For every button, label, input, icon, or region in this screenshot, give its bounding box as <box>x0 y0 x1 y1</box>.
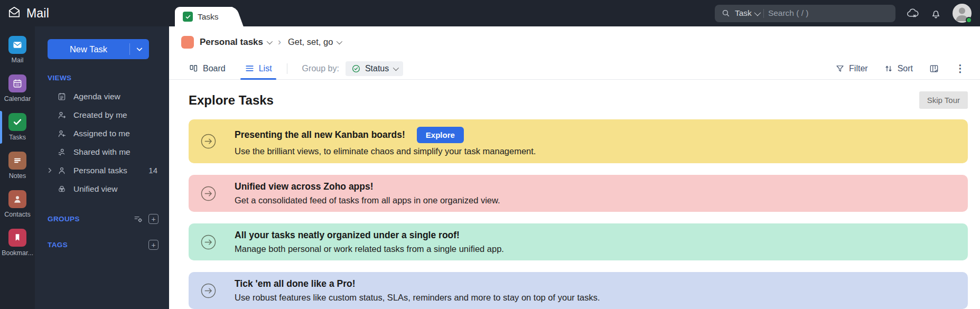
sidebar-item-shared-with-me[interactable]: Shared with me <box>35 143 169 161</box>
toolbar-divider <box>287 63 287 74</box>
app-rail: Mail Calendar Tasks Notes Contacts <box>0 26 35 309</box>
page-title: Explore Tasks <box>189 93 274 108</box>
banner-kanban: Presenting the all new Kanban boards! Ex… <box>189 119 968 163</box>
topbar-actions: Task <box>715 4 972 23</box>
notes-icon <box>8 152 26 170</box>
add-group-button[interactable]: + <box>148 214 158 224</box>
skip-tour-button[interactable]: Skip Tour <box>919 91 968 109</box>
group-by-status-dropdown[interactable]: Status <box>346 61 403 76</box>
sidebar-item-personal-tasks[interactable]: Personal tasks 14 <box>35 161 169 180</box>
arrow-circle-icon <box>200 185 217 202</box>
new-task-label: New Task <box>48 44 129 54</box>
banner-single-roof: All your tasks neatly organized under a … <box>189 223 968 260</box>
groups-section-header: GROUPS + <box>35 214 169 224</box>
tasks-icon <box>8 113 26 131</box>
user-avatar[interactable] <box>953 4 972 23</box>
rail-label: Tasks <box>9 134 26 141</box>
rail-label: Contacts <box>4 211 30 218</box>
sidebar-item-label: Personal tasks <box>73 166 127 175</box>
contacts-icon <box>8 190 26 208</box>
mail-icon <box>8 36 26 54</box>
cloud-offline-icon[interactable] <box>906 7 919 20</box>
tab-tasks[interactable]: Tasks <box>175 7 232 26</box>
search-input[interactable] <box>768 8 889 18</box>
person-share-icon <box>57 147 68 157</box>
rail-item-notes[interactable]: Notes <box>0 151 35 181</box>
search-icon <box>721 8 731 18</box>
person-arrow-in-icon <box>57 129 68 138</box>
breadcrumb-separator: › <box>277 36 282 48</box>
banner-unified-view: Unified view across Zoho apps! Get a con… <box>189 175 968 212</box>
rail-label: Bookmar... <box>2 249 33 257</box>
sort-button[interactable]: Sort <box>884 64 913 73</box>
breadcrumb: Personal tasks › Get, set, go <box>169 26 980 58</box>
board-icon <box>189 63 199 73</box>
board-view-tab[interactable]: Board <box>189 63 226 73</box>
top-bar: Mail Tasks Task <box>0 0 980 26</box>
calendar-icon <box>8 74 26 92</box>
search-bar[interactable]: Task <box>715 5 895 22</box>
explore-button[interactable]: Explore <box>417 127 464 143</box>
tasks-sidebar: New Task VIEWS Agenda view Created by me <box>35 26 169 309</box>
rail-label: Calendar <box>4 95 31 102</box>
list-view-tab[interactable]: List <box>245 63 272 73</box>
banner-subtitle: Manage both personal or work related tas… <box>235 244 504 254</box>
sort-arrows-icon <box>884 64 893 73</box>
app-logo: Mail <box>7 5 49 21</box>
tags-section-header: TAGS + <box>35 240 169 250</box>
sidebar-item-label: Agenda view <box>73 92 120 101</box>
filter-funnel-icon <box>835 64 845 73</box>
views-header: VIEWS <box>48 74 169 82</box>
task-count-badge: 14 <box>148 166 157 175</box>
columns-button[interactable] <box>929 63 939 74</box>
expand-chevron-icon[interactable] <box>48 168 57 173</box>
rail-item-mail[interactable]: Mail <box>0 35 35 65</box>
notifications-bell-icon[interactable] <box>930 7 942 20</box>
chevron-down-icon <box>754 9 761 16</box>
breadcrumb-current-dropdown[interactable]: Get, set, go <box>288 37 341 47</box>
sidebar-item-label: Assigned to me <box>73 129 130 138</box>
breadcrumb-parent-label: Personal tasks <box>200 37 263 48</box>
bookmark-icon <box>8 229 26 247</box>
banner-title: All your tasks neatly organized under a … <box>235 230 504 241</box>
explore-banners: Presenting the all new Kanban boards! Ex… <box>169 118 980 309</box>
search-divider <box>763 9 764 18</box>
rail-item-contacts[interactable]: Contacts <box>0 189 35 219</box>
filter-button[interactable]: Filter <box>835 64 868 73</box>
arrow-circle-icon <box>200 234 217 250</box>
sidebar-item-agenda-view[interactable]: Agenda view <box>35 87 169 106</box>
sidebar-item-assigned-to-me[interactable]: Assigned to me <box>35 124 169 143</box>
breadcrumb-parent-dropdown[interactable]: Personal tasks <box>200 37 271 48</box>
app-title: Mail <box>26 6 49 21</box>
search-scope-value: Task <box>735 8 752 18</box>
tags-header-label: TAGS <box>48 241 68 249</box>
chevron-down-icon <box>267 39 273 44</box>
banner-subtitle: Use robust features like custom status, … <box>235 293 600 303</box>
board-label: Board <box>203 64 226 73</box>
sort-label: Sort <box>898 64 913 73</box>
list-label: List <box>259 64 272 73</box>
chevron-down-icon <box>337 39 342 44</box>
rail-item-calendar[interactable]: Calendar <box>0 73 35 104</box>
heading-row: Explore Tasks Skip Tour <box>169 80 980 118</box>
filter-label: Filter <box>849 64 868 73</box>
app-window: Mail Tasks Task <box>0 0 980 309</box>
banner-pro: Tick 'em all done like a Pro! Use robust… <box>189 272 968 309</box>
search-scope-dropdown[interactable]: Task <box>735 8 759 18</box>
sidebar-item-unified-view[interactable]: Unified view <box>35 180 169 198</box>
list-color-swatch <box>181 36 194 49</box>
group-by-value: Status <box>365 64 389 73</box>
groups-header-label: GROUPS <box>48 215 80 223</box>
main-content: Personal tasks › Get, set, go Board List… <box>169 26 980 309</box>
chevron-down-icon <box>393 65 399 71</box>
new-task-button[interactable]: New Task <box>48 39 149 59</box>
rail-item-tasks[interactable]: Tasks <box>0 112 35 142</box>
add-tag-button[interactable]: + <box>148 240 158 250</box>
sidebar-item-label: Shared with me <box>73 147 130 157</box>
more-options-kebab[interactable]: ⋮ <box>955 63 965 73</box>
banner-subtitle: Get a consolidated feed of tasks from al… <box>235 195 500 205</box>
new-task-dropdown[interactable] <box>130 47 149 52</box>
rail-item-bookmarks[interactable]: Bookmar... <box>0 228 35 258</box>
sidebar-item-created-by-me[interactable]: Created by me <box>35 106 169 124</box>
manage-groups-icon[interactable] <box>133 214 143 224</box>
